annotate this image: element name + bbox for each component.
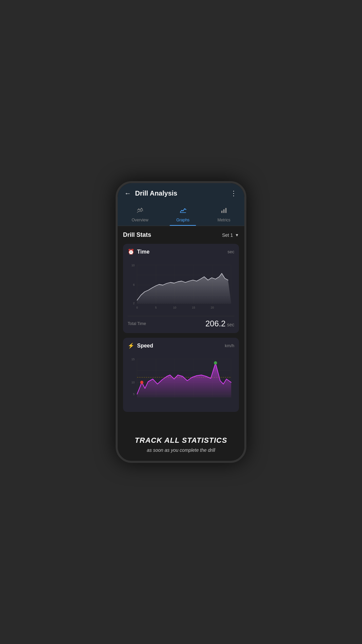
svg-text:10: 10	[173, 306, 177, 309]
app-header: ← Drill Analysis ⋮	[118, 183, 244, 202]
promo-subtitle: as soon as you complete the drill	[124, 447, 238, 453]
tab-bar: Overview Graphs	[118, 202, 244, 226]
svg-rect-2	[180, 212, 186, 213]
svg-point-40	[214, 361, 217, 365]
tab-overview[interactable]: Overview	[125, 205, 155, 226]
svg-rect-4	[223, 209, 225, 213]
speed-chart-header: ⚡ Speed km/h	[128, 342, 234, 349]
speed-chart-svg-container: 15 10 5	[128, 352, 234, 407]
page-title: Drill Analysis	[135, 190, 177, 197]
svg-text:20: 20	[211, 306, 214, 309]
phone-frame: ← Drill Analysis ⋮ Overview	[116, 181, 246, 463]
more-options-button[interactable]: ⋮	[230, 189, 238, 197]
back-button[interactable]: ←	[124, 190, 131, 197]
graphs-icon	[179, 207, 187, 216]
speed-chart-card: ⚡ Speed km/h	[123, 338, 239, 412]
speed-chart-title-group: ⚡ Speed	[128, 342, 153, 349]
promo-section: TRACK ALL STATISTICS as soon as you comp…	[118, 428, 244, 461]
speed-icon: ⚡	[128, 342, 134, 349]
time-chart-title-group: ⏰ Time	[128, 249, 149, 255]
time-chart-title: Time	[137, 249, 149, 255]
phone-screen: ← Drill Analysis ⋮ Overview	[118, 183, 244, 461]
total-time-unit: sec	[227, 322, 234, 327]
time-chart-card: ⏰ Time sec	[123, 244, 239, 333]
svg-point-1	[141, 208, 142, 209]
svg-rect-3	[221, 211, 223, 213]
svg-rect-5	[225, 208, 227, 213]
svg-text:10: 10	[131, 381, 135, 384]
svg-text:15: 15	[131, 358, 135, 361]
svg-text:2: 2	[133, 302, 135, 305]
speed-chart-unit: km/h	[225, 343, 234, 348]
metrics-tab-label: Metrics	[218, 218, 231, 222]
svg-text:15: 15	[192, 306, 195, 309]
metrics-icon	[220, 207, 228, 216]
drill-stats-header: Drill Stats Set 1 ▼	[123, 231, 239, 238]
time-chart-svg-container: 10 6 2 0 5 10 15 20	[128, 258, 234, 313]
tab-metrics[interactable]: Metrics	[211, 205, 237, 226]
svg-text:6: 6	[133, 283, 135, 286]
set-selector-label: Set 1	[222, 232, 233, 238]
total-time-value: 206.2	[205, 319, 226, 328]
time-icon: ⏰	[128, 249, 134, 255]
time-chart-svg: 10 6 2 0 5 10 15 20	[128, 258, 234, 312]
drill-stats-title: Drill Stats	[123, 231, 151, 238]
set-selector-arrow: ▼	[235, 233, 239, 237]
tab-graphs[interactable]: Graphs	[170, 205, 196, 226]
total-time-label: Total Time	[128, 321, 146, 326]
graphs-tab-label: Graphs	[176, 218, 189, 222]
overview-tab-label: Overview	[132, 218, 148, 222]
header-left: ← Drill Analysis	[124, 190, 177, 197]
total-time-value-group: 206.2 sec	[205, 319, 234, 328]
svg-point-39	[140, 381, 143, 384]
svg-text:10: 10	[131, 264, 135, 267]
overview-icon	[136, 207, 144, 216]
main-content: Drill Stats Set 1 ▼ ⏰ Time sec	[118, 226, 244, 428]
svg-point-0	[138, 209, 139, 210]
speed-chart-svg: 15 10 5	[128, 352, 234, 406]
svg-text:0: 0	[136, 306, 138, 309]
set-selector[interactable]: Set 1 ▼	[222, 232, 239, 238]
speed-chart-title: Speed	[137, 343, 153, 349]
svg-text:5: 5	[133, 392, 135, 396]
promo-title: TRACK ALL STATISTICS	[124, 436, 238, 445]
svg-text:5: 5	[155, 306, 157, 309]
time-chart-footer: Total Time 206.2 sec	[128, 316, 234, 328]
time-chart-unit: sec	[228, 249, 234, 254]
time-chart-header: ⏰ Time sec	[128, 249, 234, 255]
